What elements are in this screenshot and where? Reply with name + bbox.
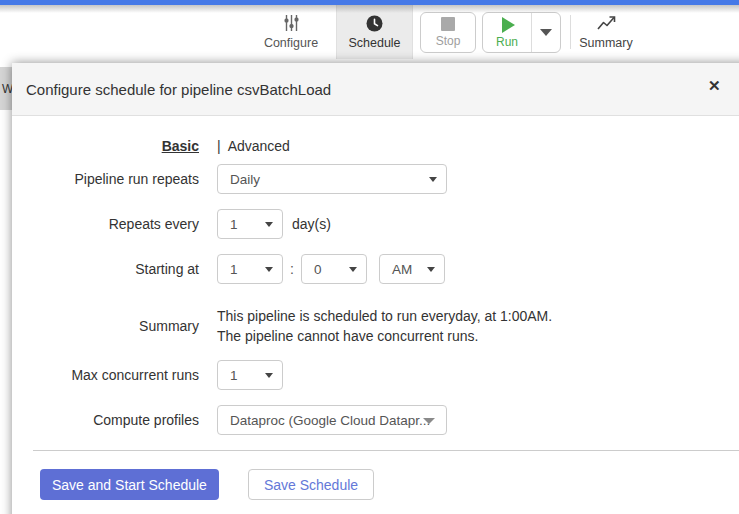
modal-title: Configure schedule for pipeline csvBatch…	[26, 81, 331, 98]
start-meridiem-value: AM	[392, 262, 412, 277]
chevron-down-icon	[265, 373, 273, 378]
repeat-interval-value: 1	[230, 217, 238, 232]
repeats-every-label: Repeats every	[12, 216, 199, 232]
row-max-concurrent-runs: Max concurrent runs 1	[12, 360, 739, 390]
app-top-accent-bar	[0, 0, 739, 5]
chevron-down-icon	[349, 267, 357, 272]
toolbar-item-configure[interactable]: Configure	[246, 5, 336, 59]
modal-body: Basic | Advanced Pipeline run repeats Da…	[12, 116, 739, 500]
row-repeats-every: Repeats every 1 day(s)	[12, 209, 739, 239]
compute-profile-value: Dataproc (Google Cloud Datapr...	[230, 413, 430, 428]
tab-basic[interactable]: Basic	[162, 138, 199, 154]
pipeline-toolbar: Configure Schedule Stop Run	[0, 5, 739, 59]
start-minute-select[interactable]: 0	[301, 254, 367, 284]
start-minute-value: 0	[314, 262, 322, 277]
tab-separator: |	[217, 138, 221, 154]
chevron-down-icon	[427, 267, 435, 272]
sliders-icon	[282, 14, 300, 32]
toolbar-divider	[570, 15, 571, 49]
row-compute-profiles: Compute profiles Dataproc (Google Cloud …	[12, 405, 739, 435]
footer-divider	[33, 450, 739, 451]
summary-line-1: This pipeline is scheduled to run everyd…	[217, 306, 552, 326]
toolbar-item-label: Configure	[264, 36, 318, 50]
toolbar-item-label: Summary	[579, 36, 632, 50]
run-button-group: Run	[482, 12, 561, 53]
summary-label: Summary	[12, 318, 199, 334]
tab-advanced[interactable]: Advanced	[228, 138, 290, 154]
repeat-interval-unit: day(s)	[292, 216, 331, 232]
row-pipeline-run-repeats: Pipeline run repeats Daily	[12, 164, 739, 194]
repeat-frequency-select[interactable]: Daily	[217, 164, 447, 194]
toolbar-item-label: Schedule	[348, 36, 400, 50]
start-hour-select[interactable]: 1	[217, 254, 283, 284]
trend-chart-icon	[596, 15, 617, 32]
summary-line-2: The pipeline cannot have concurrent runs…	[217, 326, 552, 346]
repeat-frequency-value: Daily	[230, 172, 260, 187]
play-icon	[502, 17, 515, 33]
compute-profile-select[interactable]: Dataproc (Google Cloud Datapr...	[217, 405, 447, 435]
chevron-down-icon	[265, 222, 273, 227]
run-button-label: Run	[496, 35, 518, 49]
starting-at-label: Starting at	[12, 261, 199, 277]
row-summary: Summary This pipeline is scheduled to ru…	[12, 306, 739, 346]
save-schedule-button[interactable]: Save Schedule	[248, 469, 374, 500]
stop-button[interactable]: Stop	[420, 12, 476, 53]
close-icon[interactable]: ✕	[708, 78, 721, 93]
run-options-dropdown-toggle[interactable]	[532, 13, 560, 52]
toolbar-item-summary[interactable]: Summary	[575, 5, 637, 59]
pipeline-run-repeats-label: Pipeline run repeats	[12, 171, 199, 187]
stop-icon	[441, 17, 455, 31]
schedule-modal: Configure schedule for pipeline csvBatch…	[12, 63, 739, 514]
max-concurrent-runs-select[interactable]: 1	[217, 360, 283, 390]
chevron-down-icon	[423, 418, 435, 424]
stop-button-label: Stop	[436, 34, 461, 48]
run-button[interactable]: Run	[483, 13, 532, 52]
save-and-start-schedule-button[interactable]: Save and Start Schedule	[40, 469, 219, 500]
chevron-down-icon	[429, 177, 437, 182]
repeat-interval-select[interactable]: 1	[217, 209, 283, 239]
max-concurrent-runs-value: 1	[230, 368, 238, 383]
modal-header: Configure schedule for pipeline csvBatch…	[12, 63, 739, 116]
start-meridiem-select[interactable]: AM	[379, 254, 445, 284]
time-colon: :	[290, 261, 294, 277]
compute-profiles-label: Compute profiles	[12, 412, 199, 428]
row-starting-at: Starting at 1 : 0 AM	[12, 254, 739, 284]
chevron-down-icon	[265, 267, 273, 272]
chevron-down-icon	[540, 29, 552, 36]
schedule-mode-tabs: Basic | Advanced	[12, 138, 739, 154]
modal-footer: Save and Start Schedule Save Schedule	[12, 469, 739, 500]
toolbar-item-schedule[interactable]: Schedule	[336, 5, 413, 59]
max-concurrent-runs-label: Max concurrent runs	[12, 367, 199, 383]
start-hour-value: 1	[230, 262, 238, 277]
clock-icon	[366, 15, 383, 32]
